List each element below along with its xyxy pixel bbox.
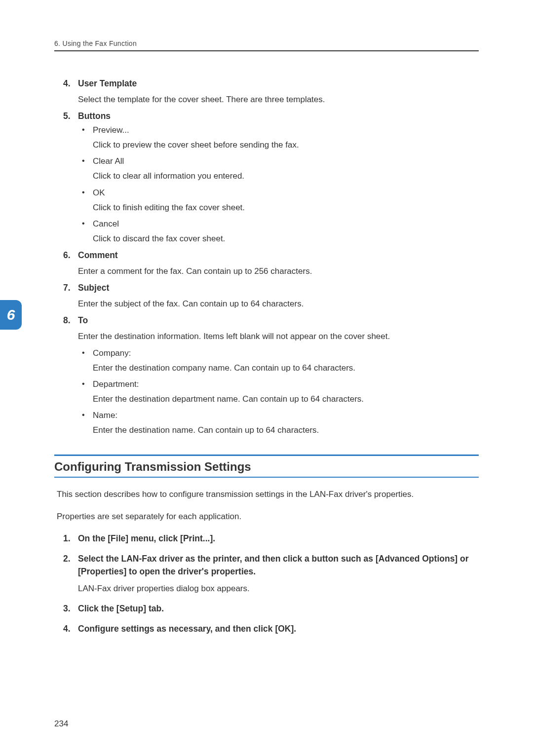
step-number: 1.: [63, 532, 78, 545]
bullet-list: • Company: Enter the destination company…: [82, 348, 470, 437]
item-number: 7.: [63, 283, 78, 293]
item-title-text: Comment: [78, 250, 118, 261]
bullet-icon: •: [82, 219, 93, 229]
bullet: • Department:: [82, 379, 470, 389]
step-4: 4. Configure settings as necessary, and …: [63, 622, 470, 635]
list-item: • OK Click to finish editing the fax cov…: [82, 188, 470, 214]
bullet-icon: •: [82, 379, 93, 389]
item-title-text: To: [78, 315, 88, 326]
item-desc-text: Select the template for the cover sheet.…: [78, 93, 470, 106]
step-title: 2. Select the LAN-Fax driver as the prin…: [63, 552, 470, 578]
bullet-list: • Preview... Click to preview the cover …: [82, 125, 470, 245]
step-body: LAN-Fax driver properties dialog box app…: [78, 582, 470, 595]
item-title: 5. Buttons: [63, 111, 470, 121]
step-number: 3.: [63, 602, 78, 615]
item-title-text: User Template: [78, 78, 137, 89]
bullet-label: Company:: [93, 348, 131, 358]
bullet-body: Click to clear all information you enter…: [93, 169, 470, 183]
bullet: • Cancel: [82, 219, 470, 229]
bullet-label: Department:: [93, 379, 139, 389]
bullet-label: Cancel: [93, 219, 119, 229]
item-subject: 7. Subject Enter the subject of the fax.…: [63, 283, 470, 310]
step-title-text: Click the [Setup] tab.: [78, 602, 164, 615]
bullet-icon: •: [82, 188, 93, 198]
item-number: 4.: [63, 78, 78, 89]
item-number: 6.: [63, 250, 78, 261]
bullet: • Name:: [82, 411, 470, 420]
step-title-text: Select the LAN-Fax driver as the printer…: [78, 552, 470, 578]
step-3: 3. Click the [Setup] tab.: [63, 602, 470, 615]
bullet-label: Clear All: [93, 156, 124, 166]
bullet-icon: •: [82, 348, 93, 358]
bullet: • Company:: [82, 348, 470, 358]
page-header: 6. Using the Fax Function: [54, 39, 479, 51]
step-2: 2. Select the LAN-Fax driver as the prin…: [63, 552, 470, 596]
item-title: 6. Comment: [63, 250, 470, 261]
bullet-label: Name:: [93, 411, 117, 420]
item-desc: Enter the destination information. Items…: [78, 330, 470, 343]
item-title: 8. To: [63, 315, 470, 326]
list-item: • Preview... Click to preview the cover …: [82, 125, 470, 151]
step-title-text: On the [File] menu, click [Print...].: [78, 532, 215, 545]
list-item: • Department: Enter the destination depa…: [82, 379, 470, 406]
list-item: • Clear All Click to clear all informati…: [82, 156, 470, 183]
bullet: • Clear All: [82, 156, 470, 166]
step-title: 1. On the [File] menu, click [Print...].: [63, 532, 470, 545]
step-number: 4.: [63, 622, 78, 635]
item-title: 4. User Template: [63, 78, 470, 89]
item-title-text: Buttons: [78, 111, 111, 121]
item-title: 7. Subject: [63, 283, 470, 293]
chapter-tab: 6: [0, 300, 22, 330]
step-title-text: Configure settings as necessary, and the…: [78, 622, 296, 635]
bullet-icon: •: [82, 411, 93, 420]
section-intro: This section describes how to configure …: [54, 488, 479, 501]
item-buttons: 5. Buttons • Preview... Click to preview…: [63, 111, 470, 245]
section-heading: Configuring Transmission Settings: [54, 454, 479, 478]
section-intro-2: Properties are set separately for each a…: [54, 510, 479, 523]
page: 6. Using the Fax Function 6 4. User Temp…: [0, 0, 533, 756]
page-number: 234: [54, 719, 68, 729]
bullet-label: OK: [93, 188, 105, 198]
bullet-body: Click to finish editing the fax cover sh…: [93, 201, 470, 214]
item-desc-text: Enter the subject of the fax. Can contai…: [78, 297, 470, 310]
definition-list: 4. User Template Select the template for…: [54, 78, 479, 437]
bullet-label: Preview...: [93, 125, 129, 135]
step-number: 2.: [63, 552, 78, 578]
bullet-body: Enter the destination department name. C…: [93, 392, 470, 406]
item-desc: Enter a comment for the fax. Can contain…: [78, 265, 470, 278]
step-title: 3. Click the [Setup] tab.: [63, 602, 470, 615]
list-item: • Name: Enter the destination name. Can …: [82, 411, 470, 437]
bullet-body: Enter the destination name. Can contain …: [93, 423, 470, 437]
item-comment: 6. Comment Enter a comment for the fax. …: [63, 250, 470, 278]
item-number: 5.: [63, 111, 78, 121]
item-desc-text: Enter a comment for the fax. Can contain…: [78, 265, 470, 278]
bullet: • Preview...: [82, 125, 470, 135]
bullet-icon: •: [82, 125, 93, 135]
item-desc: Enter the subject of the fax. Can contai…: [78, 297, 470, 310]
bullet-body: Click to discard the fax cover sheet.: [93, 232, 470, 245]
list-item: • Cancel Click to discard the fax cover …: [82, 219, 470, 245]
bullet-icon: •: [82, 156, 93, 166]
step-1: 1. On the [File] menu, click [Print...].: [63, 532, 470, 545]
step-title: 4. Configure settings as necessary, and …: [63, 622, 470, 635]
item-desc-text: Enter the destination information. Items…: [78, 330, 470, 343]
bullet-body: Enter the destination company name. Can …: [93, 361, 470, 375]
item-number: 8.: [63, 315, 78, 326]
item-title-text: Subject: [78, 283, 109, 293]
bullet: • OK: [82, 188, 470, 198]
list-item: • Company: Enter the destination company…: [82, 348, 470, 375]
item-desc: Select the template for the cover sheet.…: [78, 93, 470, 106]
bullet-body: Click to preview the cover sheet before …: [93, 138, 470, 151]
steps-list: 1. On the [File] menu, click [Print...].…: [54, 532, 479, 635]
item-to: 8. To Enter the destination information.…: [63, 315, 470, 437]
item-user-template: 4. User Template Select the template for…: [63, 78, 470, 106]
